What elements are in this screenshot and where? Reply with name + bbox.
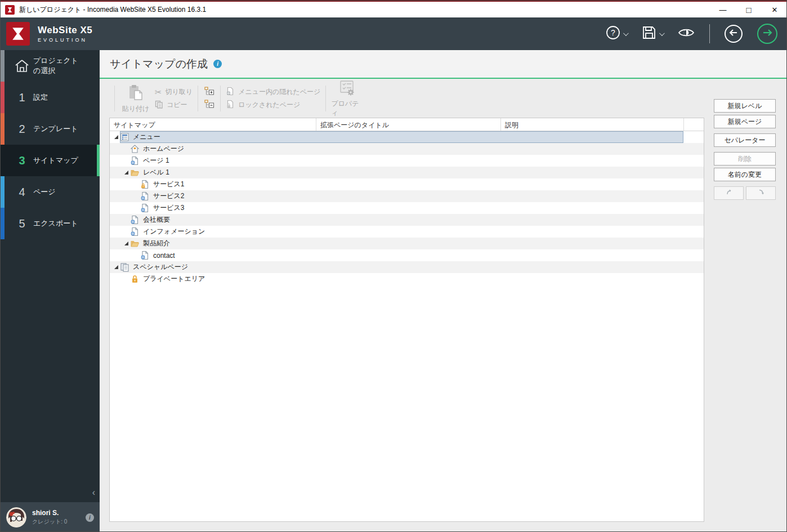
tree-row-label: 会社概要 <box>143 215 170 225</box>
tree-row-private-area[interactable]: プライベートエリア <box>110 273 704 285</box>
tree-row-service1[interactable]: サービス1 <box>110 178 704 190</box>
paste-button[interactable]: 貼り付け <box>120 84 151 114</box>
column-header-description[interactable]: 説明 <box>501 118 684 131</box>
sidebar-item-label: 設定 <box>33 92 48 102</box>
window-titlebar: 新しいプロジェクト - Incomedia WebSite X5 Evoluti… <box>1 1 787 17</box>
step-strip <box>1 82 5 113</box>
toolbar-separator <box>325 86 326 111</box>
preview-button[interactable] <box>678 26 695 41</box>
properties-button[interactable]: プロパティ <box>331 79 363 118</box>
help-menu[interactable]: ? <box>606 25 627 42</box>
page-hidden-icon <box>226 87 235 97</box>
copy-icon <box>155 100 163 110</box>
tree-row-label: メニュー <box>133 132 160 142</box>
tree-collapse-icon <box>204 99 215 111</box>
tree-row-homepage[interactable]: ホームページ <box>110 143 704 155</box>
step-strip <box>1 176 5 208</box>
sidebar-item-project-selection[interactable]: プロジェクト の選択 <box>1 50 100 82</box>
tree-expand-icon <box>204 86 215 99</box>
toolbar-separator <box>114 86 115 111</box>
sidebar: プロジェクト の選択 1 設定 2 テンプレート 3 サイトマップ 4 ページ … <box>1 50 100 532</box>
sidebar-item-pages[interactable]: 4 ページ <box>1 176 100 208</box>
page-locked-icon <box>226 100 235 110</box>
locked-pages-button[interactable]: ロックされたページ <box>226 100 320 110</box>
next-button[interactable] <box>757 24 777 44</box>
page-lock-icon <box>140 180 150 189</box>
arrow-right-icon <box>762 29 772 39</box>
sidebar-item-settings[interactable]: 1 設定 <box>1 82 100 113</box>
action-panel: 新規レベル 新規ページ セパレーター 削除 名前の変更 <box>714 99 776 200</box>
sidebar-item-sitemap[interactable]: 3 サイトマップ <box>1 145 100 176</box>
step-strip <box>1 50 5 82</box>
expand-all-button[interactable] <box>203 87 215 97</box>
tree-row-service2[interactable]: サービス2 <box>110 190 704 202</box>
page-globe-icon <box>140 191 150 201</box>
copy-button[interactable]: コピー <box>155 100 193 110</box>
paste-label: 貼り付け <box>122 104 150 114</box>
back-button[interactable] <box>725 25 743 43</box>
copy-label: コピー <box>167 100 187 110</box>
tree-row-label: 製品紹介 <box>143 239 170 248</box>
sidebar-collapse-button[interactable]: ‹ <box>92 488 95 498</box>
tree-row-level1[interactable]: レベル 1 <box>110 167 704 178</box>
toolbar-separator <box>220 86 221 111</box>
move-up-button[interactable] <box>714 186 744 200</box>
tree-row-company[interactable]: 会社概要 <box>110 214 704 226</box>
sidebar-item-template[interactable]: 2 テンプレート <box>1 113 100 145</box>
tree-row-page1[interactable]: ページ 1 <box>110 155 704 167</box>
user-info-icon[interactable]: i <box>86 513 94 522</box>
eye-icon <box>678 26 695 41</box>
expander-icon[interactable] <box>114 135 118 139</box>
maximize-button[interactable]: □ <box>736 2 762 17</box>
tree-row-special-pages[interactable]: スペシャルページ <box>110 261 704 273</box>
column-header-sitemap[interactable]: サイトマップ <box>110 118 316 131</box>
sidebar-item-export[interactable]: 5 エクスポート <box>1 208 100 239</box>
tree-row-label: レベル 1 <box>143 168 169 177</box>
main-content: サイトマップの作成 i 貼り付け ✂ 切り取り コピー <box>100 50 787 532</box>
collapse-all-button[interactable] <box>203 100 215 110</box>
page-globe-icon <box>130 227 140 236</box>
home-icon <box>11 59 33 73</box>
sidebar-item-label: サイトマップ <box>33 155 78 166</box>
hidden-pages-button[interactable]: メニュー内の隠れたページ <box>226 87 320 97</box>
page-globe-icon <box>140 203 150 213</box>
tree-row-products[interactable]: 製品紹介 <box>110 238 704 249</box>
websitex5-logo <box>6 22 30 46</box>
move-down-button[interactable] <box>746 186 776 200</box>
separator-button[interactable]: セパレーター <box>714 133 776 147</box>
info-icon[interactable]: i <box>213 60 222 68</box>
tree-row-information[interactable]: インフォメーション <box>110 226 704 238</box>
delete-button[interactable]: 削除 <box>714 152 776 166</box>
tree-row-service3[interactable]: サービス3 <box>110 202 704 214</box>
expander-icon[interactable] <box>114 265 118 269</box>
special-pages-icon <box>120 262 129 272</box>
toolbar-separator <box>198 86 198 111</box>
curved-arrow-up-icon <box>725 188 733 198</box>
expander-icon[interactable] <box>124 171 128 175</box>
step-strip <box>1 208 5 239</box>
tree-row-label: インフォメーション <box>143 227 205 236</box>
tree-row-label: スペシャルページ <box>133 262 188 272</box>
header-divider <box>709 24 710 43</box>
tree-row-menu[interactable]: メニュー <box>110 131 704 143</box>
expander-icon[interactable] <box>124 242 128 245</box>
user-area[interactable]: shiori S. クレジット: 0 i <box>1 502 100 532</box>
app-header: WebSite X5 EVOLUTION ? <box>1 17 787 50</box>
sitemap-table: サイトマップ 拡張ページのタイトル 説明 メニュー ホーム <box>109 118 704 522</box>
rename-button[interactable]: 名前の変更 <box>714 168 776 181</box>
sidebar-item-label: プロジェクト <box>33 56 78 66</box>
clipboard-paste-icon <box>127 84 145 104</box>
toolbar: 貼り付け ✂ 切り取り コピー <box>109 84 363 113</box>
step-number: 3 <box>11 154 33 167</box>
new-level-button[interactable]: 新規レベル <box>714 99 776 113</box>
step-number: 4 <box>11 186 33 199</box>
column-header-extended-title[interactable]: 拡張ページのタイトル <box>316 118 501 131</box>
tree-row-contact[interactable]: contact <box>110 249 704 261</box>
new-page-button[interactable]: 新規ページ <box>714 115 776 128</box>
column-header-extra[interactable] <box>684 118 704 131</box>
close-button[interactable]: ✕ <box>762 2 787 17</box>
cut-button[interactable]: ✂ 切り取り <box>155 87 193 97</box>
save-menu[interactable] <box>642 25 663 42</box>
minimize-button[interactable]: — <box>710 2 736 17</box>
tree-row-label: ホームページ <box>143 144 184 154</box>
